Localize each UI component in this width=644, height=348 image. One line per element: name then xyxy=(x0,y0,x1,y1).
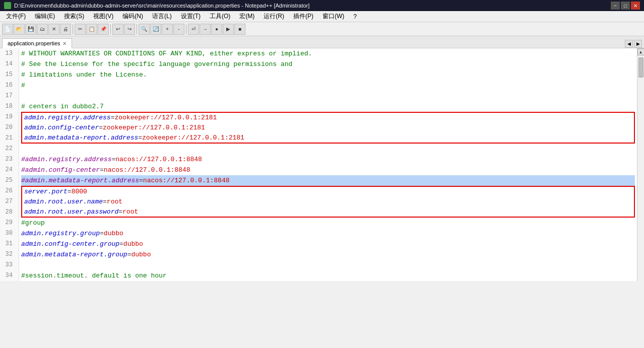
menu-file[interactable]: 文件(F) xyxy=(2,11,30,22)
menu-view[interactable]: 视图(V) xyxy=(89,11,117,22)
line-num-30: 30 xyxy=(2,228,16,239)
tab-close-button[interactable]: ✕ xyxy=(62,41,67,46)
tb-replace[interactable]: 🔄 xyxy=(150,24,161,35)
code-line-31: admin.config-center.group=dubbo xyxy=(21,239,635,249)
code-line-32: admin.metadata-report.group=dubbo xyxy=(21,249,635,260)
line-num-18: 18 xyxy=(2,101,16,112)
title-bar-left: D:\Environment\dubbo-admin\dubbo-admin-s… xyxy=(4,2,309,9)
line-num-15: 15 xyxy=(2,69,16,80)
tab-bar: application.properties ✕ ◀ ▶ xyxy=(0,36,644,48)
tb-copy[interactable]: 📋 xyxy=(86,24,97,35)
tb-wordwrap[interactable]: ⏎ xyxy=(188,24,199,35)
code-line-13: # WITHOUT WARRANTIES OR CONDITIONS OF AN… xyxy=(21,48,635,59)
app-icon xyxy=(4,2,11,9)
code-line-23: #admin.registry.address=nacos://127.0.0.… xyxy=(21,154,635,165)
tb-close[interactable]: ✕ xyxy=(48,24,59,35)
line-numbers-gutter: 1314151617181920212223242526272829303132… xyxy=(0,48,19,281)
menu-help[interactable]: ? xyxy=(349,12,361,21)
code-line-34: #session.timeout. default is one hour xyxy=(21,270,635,281)
line-num-33: 33 xyxy=(2,260,16,270)
line-num-16: 16 xyxy=(2,80,16,91)
vertical-scrollbar[interactable]: ▲ xyxy=(637,48,644,281)
tb-undo[interactable]: ↩ xyxy=(112,24,123,35)
tab-nav-buttons: ◀ ▶ xyxy=(625,40,642,48)
code-line-15: # limitations under the License. xyxy=(21,69,635,80)
menu-search[interactable]: 搜索(S) xyxy=(60,11,88,22)
toolbar-sep-4 xyxy=(186,24,186,34)
code-line-19: admin.registry.address=zookeeper://127.0… xyxy=(21,112,635,122)
scroll-thumb[interactable] xyxy=(638,57,643,78)
toolbar-sep-2 xyxy=(110,24,111,34)
tb-zoom-out[interactable]: - xyxy=(173,24,184,35)
line-num-25: 25 xyxy=(2,175,16,186)
tb-save[interactable]: 💾 xyxy=(25,24,36,35)
code-line-25: #admin.metadata-report.address=nacos://1… xyxy=(21,175,635,186)
code-line-28: admin.root.user.password=root xyxy=(21,207,635,218)
toolbar-sep-3 xyxy=(137,24,137,34)
tb-open[interactable]: 📂 xyxy=(14,24,25,35)
line-num-24: 24 xyxy=(2,165,16,175)
menu-encode[interactable]: 编码(N) xyxy=(118,11,147,22)
line-num-23: 23 xyxy=(2,154,16,165)
code-line-29: #group xyxy=(21,218,635,228)
menu-macro[interactable]: 宏(M) xyxy=(235,11,259,22)
menu-edit[interactable]: 编辑(E) xyxy=(31,11,59,22)
code-line-27: admin.root.user.name=root xyxy=(21,196,635,207)
tb-indent[interactable]: → xyxy=(200,24,211,35)
tab-label: application.properties xyxy=(8,40,60,46)
menu-window[interactable]: 窗口(W) xyxy=(318,11,348,22)
code-line-30: admin.registry.group=dubbo xyxy=(21,228,635,239)
code-line-22 xyxy=(21,144,635,154)
tab-scroll-right[interactable]: ▶ xyxy=(634,40,642,48)
line-num-31: 31 xyxy=(2,239,16,249)
line-num-21: 21 xyxy=(2,133,16,144)
toolbar-sep-1 xyxy=(73,24,73,34)
tab-scroll-left[interactable]: ◀ xyxy=(625,40,633,48)
code-line-24: #admin.config-center=nacos://127.0.0.1:8… xyxy=(21,165,635,175)
tb-macro-play[interactable]: ▶ xyxy=(223,24,234,35)
line-num-19: 19 xyxy=(2,112,16,122)
tb-saveall[interactable]: 🗂 xyxy=(37,24,48,35)
line-num-14: 14 xyxy=(2,59,16,69)
tb-zoom-in[interactable]: + xyxy=(162,24,173,35)
line-num-27: 27 xyxy=(2,196,16,207)
scroll-up-button[interactable]: ▲ xyxy=(637,48,645,55)
tb-new[interactable]: 📄 xyxy=(2,24,13,35)
tb-paste[interactable]: 📌 xyxy=(98,24,109,35)
code-line-26: server.port=8000 xyxy=(21,186,635,196)
code-line-18: # centers in dubbo2.7 xyxy=(21,101,635,112)
tab-application-properties[interactable]: application.properties ✕ xyxy=(2,38,72,48)
line-num-34: 34 xyxy=(2,270,16,281)
code-line-16: # xyxy=(21,80,635,91)
maximize-button[interactable]: □ xyxy=(621,2,630,10)
editor-wrapper: 1314151617181920212223242526272829303132… xyxy=(0,48,644,281)
line-num-26: 26 xyxy=(2,186,16,196)
line-num-32: 32 xyxy=(2,249,16,260)
tb-print[interactable]: 🖨 xyxy=(60,24,71,35)
line-num-20: 20 xyxy=(2,122,16,133)
tb-find[interactable]: 🔍 xyxy=(139,24,150,35)
menu-tools[interactable]: 工具(O) xyxy=(206,11,234,22)
code-area[interactable]: # WITHOUT WARRANTIES OR CONDITIONS OF AN… xyxy=(19,48,637,281)
tb-macro-stop[interactable]: ■ xyxy=(234,24,245,35)
code-line-21: admin.metadata-report.address=zookeeper:… xyxy=(21,133,635,144)
line-num-13: 13 xyxy=(2,48,16,59)
window-title: D:\Environment\dubbo-admin\dubbo-admin-s… xyxy=(14,3,309,9)
window-controls[interactable]: − □ ✕ xyxy=(611,2,640,10)
line-num-22: 22 xyxy=(2,144,16,154)
tb-redo[interactable]: ↪ xyxy=(124,24,135,35)
menu-lang[interactable]: 语言(L) xyxy=(148,11,176,22)
menu-settings[interactable]: 设置(T) xyxy=(177,11,205,22)
code-line-20: admin.config-center=zookeeper://127.0.0.… xyxy=(21,122,635,133)
tb-macro-rec[interactable]: ● xyxy=(211,24,222,35)
menu-run[interactable]: 运行(R) xyxy=(260,11,288,22)
line-num-17: 17 xyxy=(2,91,16,101)
menu-bar: 文件(F) 编辑(E) 搜索(S) 视图(V) 编码(N) 语言(L) 设置(T… xyxy=(0,11,644,22)
line-num-28: 28 xyxy=(2,207,16,218)
close-button[interactable]: ✕ xyxy=(631,2,640,10)
toolbar: 📄 📂 💾 🗂 ✕ 🖨 ✂ 📋 📌 ↩ ↪ 🔍 🔄 + - ⏎ → ● ▶ ■ xyxy=(0,22,644,36)
minimize-button[interactable]: − xyxy=(611,2,620,10)
tb-cut[interactable]: ✂ xyxy=(75,24,86,35)
code-line-33 xyxy=(21,260,635,270)
menu-plugins[interactable]: 插件(P) xyxy=(289,11,317,22)
